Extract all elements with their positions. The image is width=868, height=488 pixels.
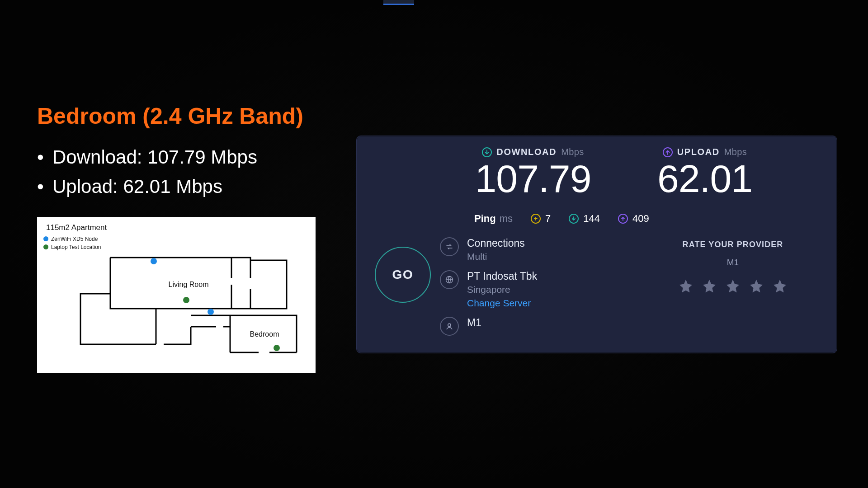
server-title: PT Indosat Tbk <box>467 270 537 282</box>
download-label: DOWNLOAD <box>496 147 557 157</box>
ping-up-value: 409 <box>632 213 649 225</box>
svg-point-1 <box>448 324 451 326</box>
isp-item[interactable]: M1 <box>440 317 537 336</box>
ping-label: Ping <box>474 213 496 224</box>
star-2-icon[interactable] <box>702 278 717 294</box>
ping-idle-icon <box>531 214 541 224</box>
upload-bullet: Upload: 62.01 Mbps <box>37 172 257 201</box>
ping-unit: ms <box>500 213 513 224</box>
connections-item[interactable]: Connections Multi <box>440 237 537 262</box>
user-icon <box>440 317 459 336</box>
laptop-marker-bedroom-icon <box>274 345 280 351</box>
server-location: Singapore <box>467 284 537 295</box>
ping-down-value: 144 <box>583 213 600 225</box>
laptop-marker-living-icon <box>183 297 189 303</box>
rate-title: RATE YOUR PROVIDER <box>660 240 805 249</box>
browser-tab-highlight <box>383 0 414 5</box>
speedtest-card: DOWNLOAD Mbps 107.79 UPLOAD Mbps 62.01 P… <box>356 136 837 353</box>
ping-up-icon <box>618 214 628 224</box>
slide-title: Bedroom (2.4 GHz Band) <box>37 104 303 129</box>
rate-block: RATE YOUR PROVIDER M1 <box>660 240 805 294</box>
ping-down-icon <box>569 214 579 224</box>
connections-icon <box>440 237 459 256</box>
upload-metric: UPLOAD Mbps 62.01 <box>646 147 764 199</box>
star-4-icon[interactable] <box>749 278 764 294</box>
server-item[interactable]: PT Indosat Tbk Singapore Change Server <box>440 270 537 309</box>
room-label-living: Living Room <box>169 281 209 288</box>
isp-title: M1 <box>467 317 481 329</box>
download-bullet: Download: 107.79 Mbps <box>37 142 257 172</box>
connections-value: Multi <box>467 251 525 262</box>
star-1-icon[interactable] <box>678 278 693 294</box>
floorplan-diagram: Living Room Bedroom <box>37 217 316 373</box>
download-value: 107.79 <box>474 158 592 199</box>
upload-unit: Mbps <box>724 147 747 157</box>
upload-value: 62.01 <box>646 158 764 199</box>
star-3-icon[interactable] <box>725 278 741 294</box>
ping-row: Pingms 7 144 409 <box>474 213 649 225</box>
globe-icon <box>440 270 459 289</box>
node-marker-2-icon <box>208 309 214 315</box>
node-marker-1-icon <box>151 258 157 264</box>
ping-idle-value: 7 <box>545 213 551 225</box>
download-unit: Mbps <box>561 147 584 157</box>
room-label-bedroom: Bedroom <box>250 330 279 338</box>
floorplan-card: 115m2 Apartment ZenWiFi XD5 Node Laptop … <box>37 217 316 373</box>
upload-arrow-icon <box>663 147 673 157</box>
go-button[interactable]: GO <box>375 247 431 303</box>
connections-title: Connections <box>467 237 525 249</box>
change-server-link[interactable]: Change Server <box>467 298 537 309</box>
star-5-icon[interactable] <box>772 278 788 294</box>
download-arrow-icon <box>482 147 492 157</box>
slide-bullets: Download: 107.79 Mbps Upload: 62.01 Mbps <box>37 142 257 201</box>
rate-provider-name: M1 <box>660 258 805 267</box>
download-metric: DOWNLOAD Mbps 107.79 <box>474 147 592 199</box>
rating-stars <box>660 278 805 294</box>
upload-label: UPLOAD <box>677 147 720 157</box>
